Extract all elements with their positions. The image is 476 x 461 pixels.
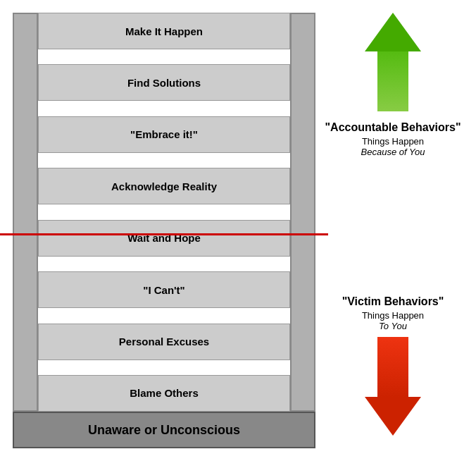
rung-find-solutions: Find Solutions [38, 64, 290, 101]
rung-personal-excuses: Personal Excuses [38, 324, 290, 360]
red-arrowhead [365, 397, 421, 436]
red-arrow-body [377, 337, 408, 397]
victim-behaviors-text: "Victim Behaviors" Things Happen To You [342, 295, 444, 331]
right-panel: "Accountable Behaviors" Things Happen Be… [315, 7, 470, 450]
left-rail [13, 13, 38, 412]
rung-embrace-it: "Embrace it!" [38, 116, 290, 153]
bottom-bar: Unaware or Unconscious [13, 412, 315, 448]
victim-title: "Victim Behaviors" [342, 295, 444, 308]
ladder: Make It Happen Find Solutions "Embrace i… [13, 13, 315, 448]
rung-i-cant: "I Can't" [38, 271, 290, 308]
red-arrow-container [365, 337, 421, 436]
victim-line1: Things Happen [342, 310, 444, 321]
right-rail [290, 13, 315, 412]
rung-blame-others: Blame Others [38, 375, 290, 412]
accountable-behaviors-text: "Accountable Behaviors" Things Happen Be… [325, 121, 461, 157]
main-container: Make It Happen Find Solutions "Embrace i… [0, 0, 476, 461]
rung-acknowledge-reality: Acknowledge Reality [38, 168, 290, 204]
green-arrow-body [377, 51, 408, 111]
victim-line2: To You [342, 321, 444, 331]
red-divider-line [0, 233, 328, 235]
green-arrowhead [365, 13, 421, 51]
accountable-line2: Because of You [325, 147, 461, 157]
accountable-title: "Accountable Behaviors" [325, 121, 461, 134]
accountable-line1: Things Happen [325, 136, 461, 147]
rungs-area: Make It Happen Find Solutions "Embrace i… [38, 13, 290, 412]
rung-make-it-happen: Make It Happen [38, 13, 290, 49]
green-arrow-container [365, 13, 421, 111]
rung-wait-and-hope: Wait and Hope [38, 220, 290, 257]
